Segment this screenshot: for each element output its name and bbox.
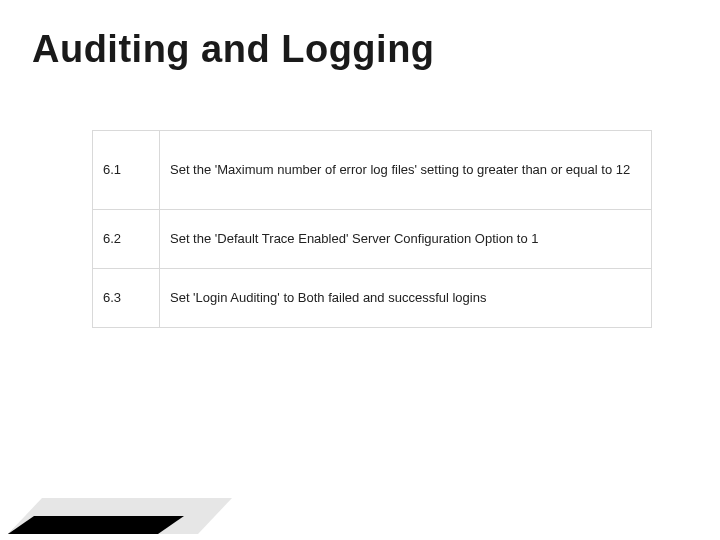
config-table: 6.1 Set the 'Maximum number of error log… — [92, 130, 652, 328]
table-row: 6.2 Set the 'Default Trace Enabled' Serv… — [93, 210, 652, 269]
slide: Auditing and Logging 6.1 Set the 'Maximu… — [0, 0, 720, 540]
svg-marker-0 — [8, 510, 208, 534]
page-title: Auditing and Logging — [32, 28, 435, 71]
table-row: 6.1 Set the 'Maximum number of error log… — [93, 131, 652, 210]
row-number: 6.2 — [93, 210, 160, 269]
svg-marker-2 — [8, 498, 232, 534]
row-number: 6.1 — [93, 131, 160, 210]
row-number: 6.3 — [93, 269, 160, 328]
svg-marker-1 — [8, 504, 220, 534]
table-row: 6.3 Set 'Login Auditing' to Both failed … — [93, 269, 652, 328]
corner-decoration — [8, 464, 238, 534]
row-text: Set the 'Default Trace Enabled' Server C… — [160, 210, 652, 269]
table: 6.1 Set the 'Maximum number of error log… — [92, 130, 652, 328]
svg-marker-3 — [8, 516, 184, 534]
row-text: Set the 'Maximum number of error log fil… — [160, 131, 652, 210]
row-text: Set 'Login Auditing' to Both failed and … — [160, 269, 652, 328]
